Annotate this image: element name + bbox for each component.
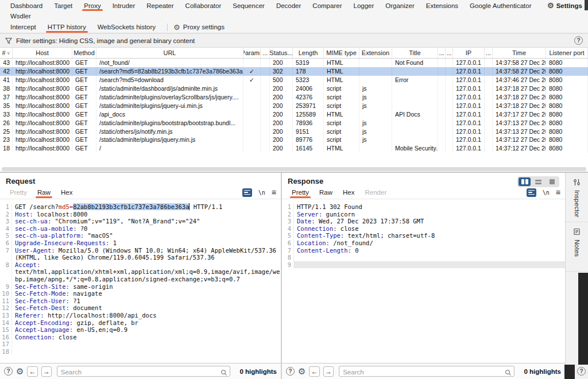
editor-tab-raw[interactable]: Raw xyxy=(314,187,338,198)
editor-line[interactable]: 16Connection: close xyxy=(0,334,281,341)
editor-line[interactable]: 14Accept-Encoding: gzip, deflate, br xyxy=(0,319,281,327)
column-header-extension[interactable]: Extension xyxy=(359,48,392,58)
editor-line[interactable]: 7User-Agent: Mozilla/5.0 (Windows NT 10.… xyxy=(0,247,281,261)
column-header--[interactable]: #∨ xyxy=(0,48,13,58)
editor-line[interactable]: 2Host: localhost:8000 xyxy=(0,211,281,218)
sub-tab-http-history[interactable]: HTTP history xyxy=(42,22,92,32)
editor-line[interactable]: 9 xyxy=(282,261,565,269)
gear-icon[interactable]: ⚙ xyxy=(298,367,305,376)
editor-line[interactable]: 9Sec-Fetch-Site: same-origin xyxy=(0,283,281,291)
table-row[interactable]: 38http://localhost:8000GET/static/adminl… xyxy=(0,84,588,93)
sub-tab-intercept[interactable]: Intercept xyxy=(5,22,42,32)
column-header-ip[interactable]: IP xyxy=(453,48,485,58)
column-header-length[interactable]: Length xyxy=(293,48,324,58)
scrollbar-thumb[interactable] xyxy=(2,167,586,171)
columns-layout-icon[interactable] xyxy=(519,177,531,186)
previous-match-button[interactable]: ← xyxy=(309,366,319,377)
table-row[interactable]: 23http://localhost:8000GET/static/adminl… xyxy=(0,136,588,144)
table-row[interactable]: 33http://localhost:8000GET/api_docs20012… xyxy=(0,110,588,118)
editor-tab-raw[interactable]: Raw xyxy=(32,187,56,198)
settings-button[interactable]: ⚙Settings xyxy=(547,2,588,9)
editor-line[interactable]: 13Referer: http://localhost:8000/api_doc… xyxy=(0,312,281,319)
inspector-tab[interactable]: Inspector xyxy=(566,173,588,222)
word-wrap-icon[interactable] xyxy=(527,188,536,197)
editor-line[interactable]: 1HTTP/1.1 302 Found xyxy=(282,203,565,211)
editor-line[interactable]: 8Accept: text/html,application/xhtml+xml… xyxy=(0,261,281,283)
editor-line[interactable]: 6Upgrade-Insecure-Requests: 1 xyxy=(0,239,281,247)
column-header--[interactable]: ... xyxy=(261,48,270,58)
table-row[interactable]: 37http://localhost:8000GET/static/adminl… xyxy=(0,93,588,102)
tab-logger[interactable]: Logger xyxy=(347,1,380,10)
tab-dashboard[interactable]: Dashboard xyxy=(5,1,48,10)
previous-match-button[interactable]: ← xyxy=(27,366,37,377)
notes-tab[interactable]: Notes xyxy=(566,222,588,272)
gear-icon[interactable]: ⚙ xyxy=(16,367,24,376)
column-header-host[interactable]: Host xyxy=(13,48,72,58)
filter-settings-bar[interactable]: Filter settings: Hiding CSS, image and g… xyxy=(0,33,588,48)
editor-line[interactable]: 3Date: Wed, 27 Dec 2023 17:37:58 GMT xyxy=(282,218,565,225)
editor-tab-pretty[interactable]: Pretty xyxy=(5,187,32,198)
table-row[interactable]: 25http://localhost:8000GET/static/others… xyxy=(0,127,588,136)
editor-line[interactable]: 5Content-Type: text/html; charset=utf-8 xyxy=(282,232,565,239)
search-input[interactable] xyxy=(339,368,514,377)
column-header-listener-port[interactable]: Listener port xyxy=(546,48,588,58)
editor-menu-icon[interactable]: ≡ xyxy=(556,188,560,197)
editor-tab-render[interactable]: Render xyxy=(360,187,392,198)
editor-line[interactable]: 5sec-ch-ua-platform: "macOS" xyxy=(0,232,281,239)
tab-wsdler[interactable]: Wsdler xyxy=(5,11,37,21)
editor-line[interactable]: 12Sec-Fetch-Dest: document xyxy=(0,304,281,312)
editor-line[interactable]: 4sec-ch-ua-mobile: ?0 xyxy=(0,225,281,233)
history-table-header[interactable]: #∨HostMethodURLParams...Status...LengthM… xyxy=(0,48,588,59)
word-wrap-icon[interactable] xyxy=(242,188,252,197)
table-row[interactable]: 43http://localhost:8000GET/not_found/200… xyxy=(0,59,588,67)
table-row[interactable]: 26http://localhost:8000GET/static/adminl… xyxy=(0,118,588,127)
column-header-status-[interactable]: Status... xyxy=(270,48,293,58)
rows-layout-icon[interactable] xyxy=(532,177,544,186)
tab-proxy[interactable]: Proxy xyxy=(78,1,106,10)
table-row[interactable]: 41http://localhost:8000GET/search?md5=do… xyxy=(0,76,588,84)
show-newlines-icon[interactable]: \n xyxy=(543,190,550,196)
single-pane-layout-icon[interactable] xyxy=(546,177,558,186)
help-icon[interactable]: ? xyxy=(574,36,583,45)
request-editor[interactable]: 1GET /search?md5=82ab8b2193b3cfb1c737e3a… xyxy=(0,203,281,363)
editor-line[interactable]: 18 xyxy=(0,348,281,355)
column-header--[interactable]: ... xyxy=(438,48,446,58)
next-match-button[interactable]: → xyxy=(323,366,334,377)
horizontal-scrollbar[interactable] xyxy=(2,167,586,171)
column-header--[interactable]: ... xyxy=(485,48,493,58)
editor-line[interactable]: 17 xyxy=(0,341,281,348)
editor-line[interactable]: 1GET /search?md5=82ab8b2193b3cfb1c737e3a… xyxy=(0,203,281,211)
editor-line[interactable]: 2Server: gunicorn xyxy=(282,211,565,218)
help-icon[interactable]: ? xyxy=(577,367,586,376)
editor-menu-icon[interactable]: ≡ xyxy=(272,188,276,197)
editor-line[interactable]: 4Connection: close xyxy=(282,225,565,233)
show-newlines-icon[interactable]: \n xyxy=(258,190,265,196)
column-header-time[interactable]: Time xyxy=(493,48,546,58)
tab-target[interactable]: Target xyxy=(48,1,78,10)
proxy-settings-button[interactable]: ⚙ Proxy settings xyxy=(173,24,225,31)
next-match-button[interactable]: → xyxy=(41,366,52,377)
editor-line[interactable]: 8 xyxy=(282,254,565,261)
table-row[interactable]: 35http://localhost:8000GET/static/adminl… xyxy=(0,101,588,110)
editor-line[interactable]: 3sec-ch-ua: "Chromium";v="119", "Not?A_B… xyxy=(0,218,281,225)
column-header--[interactable]: ... xyxy=(446,48,453,58)
editor-tab-pretty[interactable]: Pretty xyxy=(287,187,314,198)
editor-tab-hex[interactable]: Hex xyxy=(56,187,78,198)
search-input[interactable] xyxy=(57,368,230,377)
tab-collaborator[interactable]: Collaborator xyxy=(180,1,227,10)
tab-google-authenticator[interactable]: Google Authenticator xyxy=(464,1,537,10)
editor-tab-hex[interactable]: Hex xyxy=(338,187,359,198)
response-editor[interactable]: 1HTTP/1.1 302 Found2Server: gunicorn3Dat… xyxy=(282,203,565,363)
column-header-params[interactable]: Params xyxy=(243,48,261,58)
column-header-mime-type[interactable]: MIME type xyxy=(324,48,359,58)
editor-line[interactable]: 7Content-Length: 0 xyxy=(282,247,565,254)
editor-line[interactable]: 6Location: /not_found/ xyxy=(282,239,565,247)
tab-extensions[interactable]: Extensions xyxy=(420,1,464,10)
tab-sequencer[interactable]: Sequencer xyxy=(227,1,270,10)
table-row[interactable]: 18http://localhost:8000GET/20016145HTMLM… xyxy=(0,144,588,153)
editor-line[interactable]: 11Sec-Fetch-User: ?1 xyxy=(0,297,281,305)
tab-repeater[interactable]: Repeater xyxy=(141,1,179,10)
tab-organizer[interactable]: Organizer xyxy=(380,1,420,10)
column-header-url[interactable]: URL xyxy=(96,48,243,58)
table-row[interactable]: 42http://localhost:8000GET/search?md5=82… xyxy=(0,67,588,76)
